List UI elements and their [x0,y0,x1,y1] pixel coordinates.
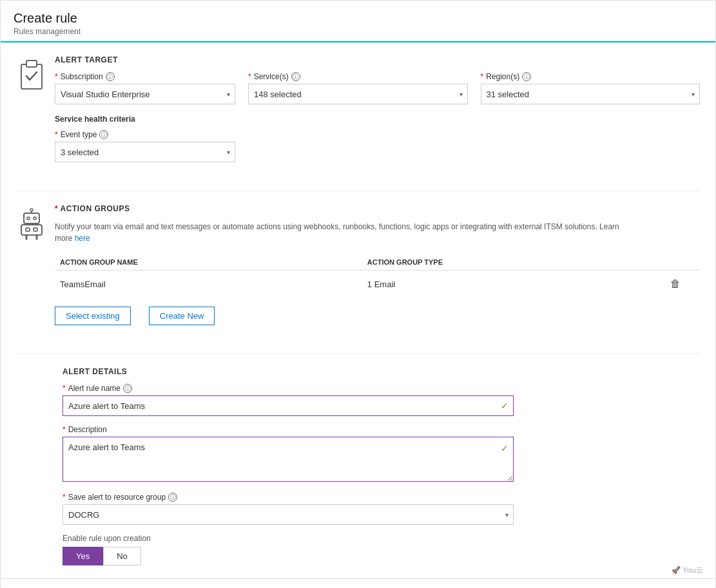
service-health-criteria: Service health criteria * Event type ⓘ 3… [55,115,700,162]
services-info-icon[interactable]: ⓘ [291,72,300,81]
divider-1 [16,191,700,191]
svg-rect-2 [24,213,39,223]
regions-select[interactable]: 31 selected [481,84,701,104]
page-footer: Create alert rule [1,578,715,588]
resource-group-info-icon[interactable]: ⓘ [168,493,177,502]
regions-group: * Region(s) ⓘ 31 selected ▾ [481,72,701,104]
criteria-title: Service health criteria [55,115,700,124]
event-type-row: * Event type ⓘ 3 selected ▾ [55,130,700,162]
regions-select-wrapper: 31 selected ▾ [481,84,701,104]
alert-details-title: ALERT DETAILS [16,367,700,376]
description-label: * Description [63,425,514,434]
page-content: ALERT TARGET * Subscription ⓘ Visual Stu… [1,43,715,578]
ag-delete-cell: 🗑 [661,270,700,298]
action-groups-table-body: TeamsEmail 1 Email 🗑 [55,270,700,298]
enable-rule-no-button[interactable]: No [103,547,141,565]
alert-rule-name-label: * Alert rule name ⓘ [63,384,514,393]
table-header-row: ACTION GROUP NAME ACTION GROUP TYPE [55,254,700,270]
description-group: * Description Azure alert to Teams ✓ [63,425,514,484]
enable-rule-group: Enable rule upon creation Yes No [63,534,700,565]
enable-rule-label: Enable rule upon creation [63,534,700,543]
action-groups-description: Notify your team via email and text mess… [55,221,635,244]
svg-rect-1 [26,61,37,67]
alert-target-title: ALERT TARGET [55,55,700,64]
page-header: Create rule Rules management [1,1,715,43]
action-groups-icon [16,204,55,242]
alert-rule-name-group: * Alert rule name ⓘ ✓ [63,384,514,416]
alert-target-body: ALERT TARGET * Subscription ⓘ Visual Stu… [55,55,700,173]
alert-details-body: * Alert rule name ⓘ ✓ * Description [16,384,700,565]
subscription-group: * Subscription ⓘ Visual Studio Enterpris… [55,72,235,104]
page-title: Create rule [14,11,702,26]
regions-label: * Region(s) ⓘ [481,72,701,81]
alert-rule-name-input-wrapper: ✓ [63,395,514,416]
services-select-wrapper: 148 selected ▾ [248,84,468,104]
action-groups-table-header: ACTION GROUP NAME ACTION GROUP TYPE [55,254,700,270]
resource-group-group: * Save alert to resource group ⓘ DOCRG ▾ [63,493,514,525]
divider-2 [16,354,700,354]
ag-type-cell: 1 Email [362,270,661,298]
ag-name-cell: TeamsEmail [55,270,362,298]
resource-group-select-wrapper: DOCRG ▾ [63,504,514,525]
svg-rect-11 [34,228,37,231]
svg-rect-10 [26,228,30,231]
action-groups-table: ACTION GROUP NAME ACTION GROUP TYPE Team… [55,254,700,298]
regions-info-icon[interactable]: ⓘ [522,72,531,81]
svg-rect-7 [21,225,42,235]
services-select[interactable]: 148 selected [248,84,468,104]
action-groups-body: ACTION GROUPS Notify your team via email… [55,204,700,336]
description-textarea[interactable]: Azure alert to Teams [63,437,514,482]
subscription-select-wrapper: Visual Studio Enterprise ▾ [55,84,235,104]
services-group: * Service(s) ⓘ 148 selected ▾ [248,72,468,104]
page-subtitle: Rules management [14,27,702,36]
event-type-info-icon[interactable]: ⓘ [99,130,108,139]
alert-target-section: ALERT TARGET * Subscription ⓘ Visual Stu… [16,55,700,173]
col-type-header: ACTION GROUP TYPE [362,254,661,270]
watermark: 🚀 Yisu云 [672,565,703,575]
select-existing-button[interactable]: Select existing [55,307,131,325]
svg-point-4 [34,217,36,220]
enable-rule-toggle: Yes No [63,547,700,565]
subscription-services-regions-row: * Subscription ⓘ Visual Studio Enterpris… [55,72,700,104]
alert-details-section: ALERT DETAILS * Alert rule name ⓘ ✓ [16,367,700,565]
svg-point-6 [30,209,33,211]
subscription-select[interactable]: Visual Studio Enterprise [55,84,235,104]
enable-rule-yes-button[interactable]: Yes [63,547,103,565]
resource-group-select[interactable]: DOCRG [63,504,514,525]
subscription-info-icon[interactable]: ⓘ [106,72,115,81]
action-groups-title: ACTION GROUPS [55,204,700,213]
event-type-group: * Event type ⓘ 3 selected ▾ [55,130,235,162]
create-new-button[interactable]: Create New [149,307,215,325]
resource-group-label: * Save alert to resource group ⓘ [63,493,514,502]
alert-target-icon [16,55,55,93]
action-groups-section: ACTION GROUPS Notify your team via email… [16,204,700,336]
delete-action-group-button[interactable]: 🗑 [666,277,684,291]
table-row: TeamsEmail 1 Email 🗑 [55,270,700,298]
subscription-label: * Subscription ⓘ [55,72,235,81]
alert-rule-name-input[interactable] [63,395,514,416]
alert-rule-name-info-icon[interactable]: ⓘ [123,384,132,393]
event-type-label: * Event type ⓘ [55,130,235,139]
col-name-header: ACTION GROUP NAME [55,254,362,270]
action-group-buttons: Select existing Create New [55,307,700,325]
learn-more-link[interactable]: here [75,234,90,243]
svg-point-3 [27,217,30,220]
event-type-select[interactable]: 3 selected [55,142,235,162]
event-type-select-wrapper: 3 selected ▾ [55,142,235,162]
description-input-wrapper: Azure alert to Teams ✓ [63,437,514,484]
services-label: * Service(s) ⓘ [248,72,468,81]
